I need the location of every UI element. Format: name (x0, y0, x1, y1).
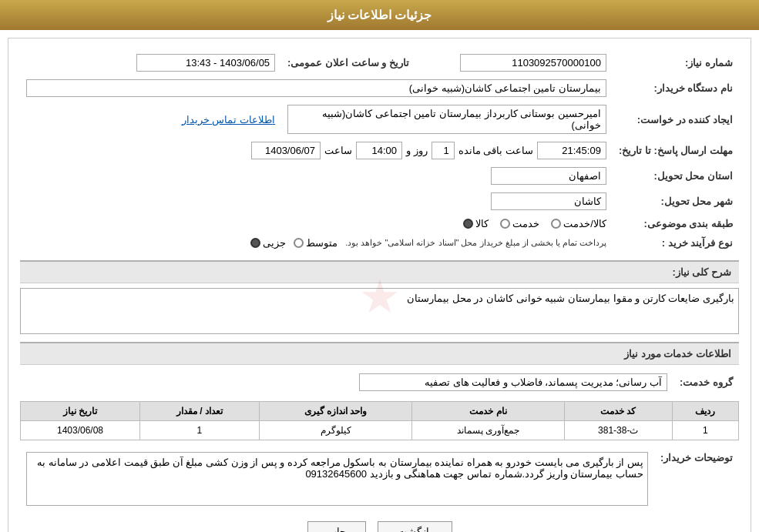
buyer-notes-value: پس از بارگیری می بایست خودرو به همراه نم… (20, 448, 654, 510)
category-radio-group: کالا/خدمت خدمت کالا (26, 218, 606, 229)
cell-service-name: جمع‌آوری پسماند (412, 421, 565, 440)
remaining-label: ساعت باقی مانده (458, 145, 533, 156)
deadline-date-box: 1403/06/07 (251, 142, 321, 159)
buyer-notes-label: توضیحات خریدار: (654, 448, 739, 510)
announce-time-label: تاریخ و ساعت اعلان عمومی: (281, 50, 415, 75)
row-city: شهر محل تحویل: کاشان (20, 189, 739, 214)
province-box: اصفهان (491, 167, 606, 185)
row-province: استان محل تحویل: اصفهان (20, 163, 739, 189)
process-label: نوع فرآیند خرید : (613, 233, 739, 253)
process-radio-2 (250, 238, 260, 248)
contact-link[interactable]: اطلاعات تماس خریدار (182, 114, 275, 125)
services-section-title: اطلاعات خدمات مورد نیاز (20, 342, 739, 365)
cell-row-num: 1 (672, 421, 738, 440)
process-option-2-label: جزیی (263, 237, 286, 249)
summary-label: شرح کلی نیاز: (672, 266, 731, 278)
summary-textarea: بارگیری ضایعات کارتن و مقوا بیمارستان شب… (20, 288, 739, 334)
row-request-number: شماره نیاز: 1103092570000100 تاریخ و ساع… (20, 50, 739, 75)
row-category: طبقه بندی موضوعی: کالا/خدمت خدمت کالا (20, 214, 739, 233)
buttons-row: بازگشت چاپ (20, 521, 739, 532)
summary-section-title: شرح کلی نیاز: (20, 260, 739, 283)
deadline-remaining-box: 21:45:09 (537, 142, 606, 159)
col-quantity: تعداد / مقدار (140, 402, 260, 421)
city-box: کاشان (491, 192, 606, 210)
col-date: تاریخ نیاز (21, 402, 140, 421)
row-deadline: مهلت ارسال پاسخ: تا تاریخ: 21:45:09 ساعت… (20, 138, 739, 163)
time-label: ساعت (324, 145, 352, 156)
category-option-2[interactable]: خدمت (500, 218, 539, 229)
buyer-notes-table: توضیحات خریدار: پس از بارگیری می بایست خ… (20, 448, 739, 510)
cell-service-code: ث-38-381 (565, 421, 673, 440)
services-group-value: آب رسانی؛ مدیریت پسماند، فاضلاب و فعالیت… (20, 370, 673, 395)
request-number-box: 1103092570000100 (460, 54, 606, 72)
deadline-time-box: 14:00 (356, 142, 402, 159)
process-radio-3 (294, 238, 304, 248)
services-header-row: ردیف کد خدمت نام خدمت واحد اندازه گیری ت… (21, 402, 739, 421)
cell-unit: کیلوگرم (259, 421, 411, 440)
process-note: پرداخت تمام یا بخشی از مبلغ خریداز محل "… (345, 238, 606, 248)
row-process: نوع فرآیند خرید : پرداخت تمام یا بخشی از… (20, 233, 739, 253)
col-service-code: کد خدمت (565, 402, 673, 421)
creator-value: امیرحسین بوستانی کاربرداز بیمارستان تامی… (281, 101, 613, 138)
buyer-notes-row: توضیحات خریدار: پس از بارگیری می بایست خ… (20, 448, 739, 510)
services-group-row: گروه خدمت: آب رسانی؛ مدیریت پسماند، فاضل… (20, 370, 739, 395)
category-label: طبقه بندی موضوعی: (613, 214, 739, 233)
col-unit: واحد اندازه گیری (259, 402, 411, 421)
request-number-value: 1103092570000100 (454, 50, 613, 75)
main-content: ★ شماره نیاز: 1103092570000100 تاریخ و س… (8, 38, 751, 532)
page-header: جزئیات اطلاعات نیاز (0, 0, 759, 30)
deadline-row: 21:45:09 ساعت باقی مانده 1 روز و 14:00 س… (26, 142, 606, 159)
page-wrapper: جزئیات اطلاعات نیاز ★ شماره نیاز: 110309… (0, 0, 759, 532)
deadline-days-box: 1 (432, 142, 455, 159)
process-option-3-label: متوسط (306, 237, 338, 249)
process-option-2[interactable]: جزیی (250, 237, 286, 249)
cell-quantity: 1 (140, 421, 260, 440)
announce-time-box: 1403/06/05 - 13:43 (136, 54, 275, 72)
buyer-org-label: نام دستگاه خریدار: (613, 75, 739, 101)
days-label: روز و (406, 145, 428, 156)
summary-content: بارگیری ضایعات کارتن و مقوا بیمارستان شب… (20, 288, 739, 334)
province-label: استان محل تحویل: (613, 163, 739, 189)
info-table: شماره نیاز: 1103092570000100 تاریخ و ساع… (20, 50, 739, 253)
header-title: جزئیات اطلاعات نیاز (327, 8, 432, 22)
deadline-label: مهلت ارسال پاسخ: تا تاریخ: (613, 138, 739, 163)
category-option-1-label: کالا (475, 218, 489, 229)
request-number-label: شماره نیاز: (613, 50, 739, 75)
services-table-header: ردیف کد خدمت نام خدمت واحد اندازه گیری ت… (21, 402, 739, 421)
cell-date: 1403/06/08 (21, 421, 140, 440)
services-group-table: گروه خدمت: آب رسانی؛ مدیریت پسماند، فاضل… (20, 370, 739, 395)
row-buyer-org: نام دستگاه خریدار: بیمارستان تامین اجتما… (20, 75, 739, 101)
creator-label: ایجاد کننده در خواست: (613, 101, 739, 138)
category-option-1[interactable]: کالا (463, 218, 489, 229)
services-group-box: آب رسانی؛ مدیریت پسماند، فاضلاب و فعالیت… (359, 373, 667, 391)
category-option-3[interactable]: کالا/خدمت (551, 218, 606, 229)
col-service-name: نام خدمت (412, 402, 565, 421)
back-button[interactable]: بازگشت (378, 521, 452, 532)
category-radio-3 (551, 219, 561, 229)
services-table: ردیف کد خدمت نام خدمت واحد اندازه گیری ت… (20, 401, 739, 440)
category-option-3-label: کالا/خدمت (563, 218, 606, 229)
services-group-label: گروه خدمت: (673, 370, 739, 395)
table-row: 1 ث-38-381 جمع‌آوری پسماند کیلوگرم 1 140… (21, 421, 739, 440)
category-radio-1 (463, 219, 473, 229)
process-radio-group: پرداخت تمام یا بخشی از مبلغ خریداز محل "… (26, 237, 606, 249)
creator-box: امیرحسین بوستانی کاربرداز بیمارستان تامی… (287, 105, 606, 134)
announce-time-value: 1403/06/05 - 13:43 (20, 50, 281, 75)
print-button[interactable]: چاپ (307, 521, 366, 532)
category-radio-2 (500, 219, 510, 229)
services-table-body: 1 ث-38-381 جمع‌آوری پسماند کیلوگرم 1 140… (21, 421, 739, 440)
col-row-num: ردیف (672, 402, 738, 421)
buyer-org-value: بیمارستان تامین اجتماعی کاشان(شبیه خوانی… (20, 75, 613, 101)
category-option-2-label: خدمت (512, 218, 539, 229)
services-title: اطلاعات خدمات مورد نیاز (624, 348, 731, 360)
buyer-org-box: بیمارستان تامین اجتماعی کاشان(شبیه خوانی… (26, 79, 606, 97)
city-label: شهر محل تحویل: (613, 189, 739, 214)
row-creator: ایجاد کننده در خواست: امیرحسین بوستانی ک… (20, 101, 739, 138)
buyer-notes-textarea: پس از بارگیری می بایست خودرو به همراه نم… (26, 452, 648, 506)
process-option-3[interactable]: متوسط (294, 237, 338, 249)
